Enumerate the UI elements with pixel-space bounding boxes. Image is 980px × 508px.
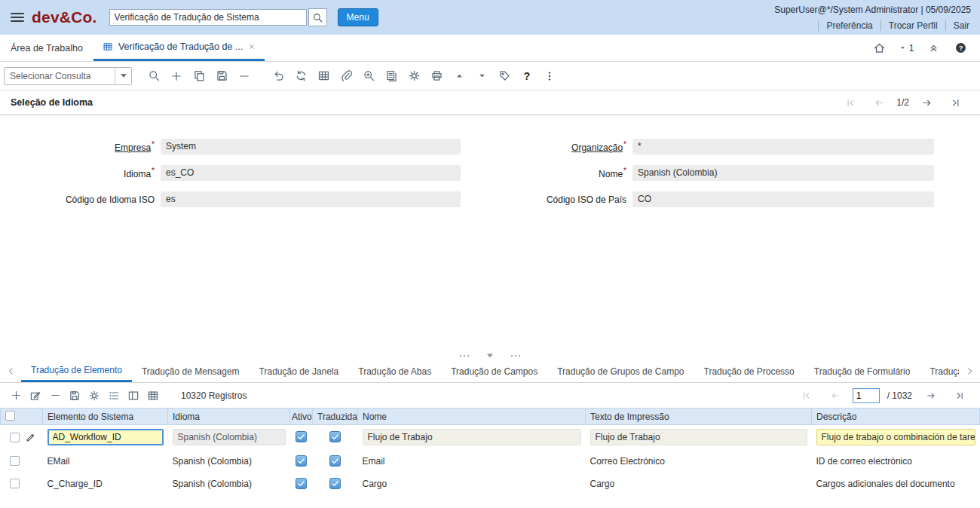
cell-descricao[interactable]: Flujo de trabajo o combinación de tare — [816, 429, 975, 445]
tab-traducao-abas[interactable]: Tradução de Abas — [348, 360, 441, 382]
requery-button[interactable] — [289, 66, 312, 87]
previous-record-button[interactable] — [865, 97, 893, 109]
ativo-checkbox[interactable] — [296, 431, 307, 442]
detail-record-button[interactable] — [470, 66, 493, 87]
grid-delete-row-button[interactable] — [45, 386, 65, 405]
parent-record-button[interactable] — [448, 66, 470, 87]
home-button[interactable] — [865, 41, 893, 54]
print-button[interactable] — [425, 66, 448, 87]
customize-button[interactable] — [403, 66, 425, 87]
new-record-button[interactable] — [165, 66, 188, 87]
field-empresa[interactable]: System — [161, 139, 461, 155]
master-tab-title: Seleção de Idioma — [11, 97, 93, 108]
menu-button[interactable]: Menu — [338, 8, 378, 26]
grid-save-button[interactable] — [65, 386, 84, 405]
combobox-caret-button[interactable] — [115, 68, 131, 84]
zoom-across-button[interactable] — [357, 66, 380, 87]
page-number-input[interactable] — [853, 388, 880, 403]
undo-button[interactable] — [267, 66, 289, 87]
row-checkbox[interactable] — [10, 433, 20, 442]
grid-edit-button[interactable] — [26, 386, 45, 405]
next-page-button[interactable] — [917, 390, 945, 401]
link-trocar-perfil[interactable]: Trocar Perfil — [880, 20, 945, 31]
first-record-button[interactable] — [836, 97, 865, 109]
global-search-input[interactable] — [109, 9, 307, 26]
column-header-nome[interactable]: Nome — [358, 409, 586, 425]
column-header-descricao[interactable]: Descrição — [812, 409, 980, 425]
grid-table-view-button[interactable] — [143, 386, 163, 405]
collapse-all-button[interactable] — [920, 42, 947, 54]
row-checkbox[interactable] — [10, 479, 20, 488]
copy-record-button[interactable] — [188, 66, 210, 87]
tab-verificacao-traducao[interactable]: Verificação de Tradução de ... — [93, 35, 265, 61]
column-header-traduzida[interactable]: Traduzida — [313, 409, 358, 425]
link-preferencia[interactable]: Preferência — [818, 20, 880, 31]
grid-customize-button[interactable] — [84, 386, 104, 405]
previous-page-button[interactable] — [821, 390, 850, 401]
arrow-right-icon — [921, 97, 933, 109]
tab-traducao-elemento[interactable]: Tradução de Elemento — [21, 360, 132, 382]
edit-square-icon — [29, 390, 41, 402]
help-button[interactable] — [947, 41, 974, 54]
query-selector-combobox[interactable]: Selecionar Consulta — [4, 67, 132, 85]
page-total: / 1032 — [883, 390, 917, 401]
ativo-checkbox[interactable] — [296, 478, 307, 489]
splitter-handle[interactable] — [459, 353, 522, 358]
cell-texto[interactable]: Flujo de Trabajo — [590, 429, 807, 445]
global-search-button[interactable] — [308, 8, 327, 26]
last-record-button[interactable] — [941, 97, 969, 109]
tab-area-de-trabalho[interactable]: Área de Trabalho — [0, 35, 93, 61]
tab-traducao-mensagem[interactable]: Tradução de Mensagem — [132, 360, 250, 382]
ativo-checkbox[interactable] — [296, 455, 307, 467]
field-codigo-iso-pais[interactable]: CO — [632, 191, 934, 207]
delete-record-button[interactable] — [233, 66, 256, 87]
next-record-button[interactable] — [912, 97, 941, 109]
tab-traducao-janela[interactable]: Tradução de Janela — [250, 360, 349, 382]
select-all-checkbox[interactable] — [5, 411, 15, 421]
column-header-texto[interactable]: Texto de Impressão — [586, 409, 812, 425]
toggle-grid-button[interactable] — [312, 66, 335, 87]
collapse-caret-icon[interactable] — [487, 353, 494, 358]
tab-traducao-tarefa[interactable]: Tradução de Taref — [920, 360, 959, 382]
hamburger-menu-icon[interactable] — [11, 13, 24, 22]
tab-traducao-processo[interactable]: Tradução de Processo — [694, 360, 804, 382]
tab-traducao-formulario[interactable]: Tradução de Formulário — [804, 360, 920, 382]
cell-nome[interactable]: Flujo de Trabajo — [363, 429, 581, 445]
grid-panel-toggle-button[interactable] — [124, 386, 143, 405]
traduzida-checkbox[interactable] — [329, 478, 341, 489]
field-codigo-idioma-iso[interactable]: es — [161, 191, 461, 207]
grid-new-row-button[interactable] — [6, 386, 26, 405]
field-nome[interactable]: Spanish (Colombia) — [632, 165, 934, 181]
last-page-button[interactable] — [945, 390, 974, 401]
column-header-elemento[interactable]: Elemento do Sistema — [43, 409, 168, 425]
find-record-button[interactable] — [142, 66, 165, 87]
tab-traducao-campos[interactable]: Tradução de Campos — [441, 360, 547, 382]
label-button[interactable] — [493, 66, 516, 87]
tabs-scroll-left-button[interactable] — [0, 360, 21, 382]
table-row[interactable]: Spanish (Colombia) Flujo de Trabajo Fluj… — [1, 425, 980, 450]
close-tab-icon[interactable] — [248, 43, 256, 50]
link-sair[interactable]: Sair — [945, 20, 971, 31]
open-windows-dropdown[interactable]: 1 — [893, 43, 920, 54]
cell-elemento-input[interactable] — [47, 429, 164, 445]
column-header-idioma[interactable]: Idioma — [168, 409, 290, 425]
attachment-button[interactable] — [335, 66, 357, 87]
more-actions-button[interactable] — [538, 66, 561, 87]
report-button[interactable] — [380, 66, 403, 87]
save-record-button[interactable] — [210, 66, 233, 87]
traduzida-checkbox[interactable] — [329, 455, 341, 467]
window-help-button[interactable] — [516, 66, 538, 87]
first-page-button[interactable] — [792, 390, 821, 401]
field-organizacao[interactable]: * — [632, 139, 934, 155]
tab-traducao-grupos-campo[interactable]: Tradução de Grupos de Campo — [547, 360, 694, 382]
open-windows-count: 1 — [909, 43, 914, 54]
table-row[interactable]: C_Charge_ID Spanish (Colombia) Cargo Car… — [1, 473, 980, 495]
grid-list-view-button[interactable] — [104, 386, 124, 405]
cell-idioma[interactable]: Spanish (Colombia) — [173, 429, 286, 445]
tabs-scroll-right-button[interactable] — [959, 360, 980, 382]
traduzida-checkbox[interactable] — [329, 431, 341, 442]
column-header-ativo[interactable]: Ativo — [290, 409, 313, 425]
table-row[interactable]: EMail Spanish (Colombia) Email Correo El… — [1, 450, 980, 473]
row-checkbox[interactable] — [10, 456, 20, 466]
field-idioma[interactable]: es_CO — [161, 165, 461, 181]
